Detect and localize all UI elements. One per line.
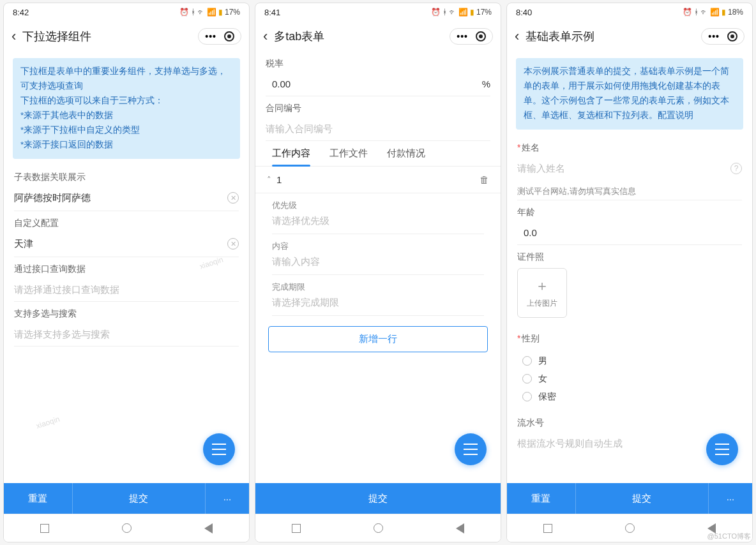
number-input[interactable]: 0.00 %	[266, 75, 490, 96]
radio-male[interactable]: 男	[522, 352, 742, 370]
field-custom-config: 自定义配置 天津 ✕	[4, 211, 249, 257]
title-bar: ‹ 多tab表单 •••	[255, 21, 501, 52]
subfield-deadline: 完成期限 请选择完成期限	[255, 275, 501, 316]
svg-rect-2	[212, 454, 226, 455]
more-icon[interactable]: •••	[205, 31, 216, 41]
clear-icon[interactable]: ✕	[227, 238, 239, 250]
name-input[interactable]	[517, 163, 730, 174]
more-icon[interactable]: •••	[708, 31, 720, 41]
svg-rect-6	[715, 444, 729, 445]
field-tax-rate: 税率 0.00 %	[255, 52, 501, 96]
add-line-button[interactable]: 新增一行	[268, 326, 488, 352]
tab-payment[interactable]: 付款情况	[387, 147, 425, 166]
text-input[interactable]: ?	[517, 159, 742, 181]
fab-menu-button[interactable]	[706, 433, 738, 465]
home-icon[interactable]	[122, 523, 132, 533]
battery-icon: ▮	[722, 8, 726, 17]
select-placeholder[interactable]	[14, 329, 239, 340]
content-area: 税率 0.00 % 合同编号 工作内容 工作文件 付款情况 ˄ 1 🗑 优先级 …	[255, 52, 501, 483]
select-input[interactable]: 阿萨德按时阿萨德 ✕	[14, 188, 239, 211]
subfield-content: 内容 请输入内容	[255, 234, 501, 275]
signal-icon: 📶	[207, 8, 216, 17]
submit-button[interactable]: 提交	[576, 483, 708, 514]
more-button[interactable]: ···	[708, 483, 752, 514]
page-title: 下拉选择组件	[22, 29, 198, 44]
field-multi-search: 支持多选与搜索	[4, 302, 249, 347]
select-input[interactable]	[14, 280, 239, 302]
placeholder-text: 请选择完成期限	[272, 297, 484, 309]
field-label: 年龄	[517, 207, 742, 218]
back-nav-icon[interactable]	[204, 523, 213, 534]
battery-icon: ▮	[218, 8, 223, 17]
home-icon[interactable]	[374, 523, 383, 533]
field-label: 自定义配置	[14, 218, 239, 229]
fab-menu-button[interactable]	[203, 433, 235, 465]
radio-secret[interactable]: 保密	[522, 388, 742, 406]
svg-rect-8	[715, 454, 729, 455]
submit-button[interactable]: 提交	[255, 483, 501, 514]
back-icon[interactable]: ‹	[11, 28, 16, 45]
mini-program-capsule[interactable]: •••	[198, 28, 241, 45]
radio-female[interactable]: 女	[522, 370, 742, 388]
select-placeholder[interactable]	[14, 284, 239, 295]
text-input[interactable]: 请输入内容	[272, 256, 484, 275]
upload-button[interactable]: ＋ 上传图片	[517, 268, 567, 318]
signal-icon: 📶	[458, 8, 468, 17]
field-label: 流水号	[517, 417, 742, 429]
text-input-inner[interactable]	[266, 123, 490, 134]
fab-menu-button[interactable]	[455, 433, 487, 465]
back-icon[interactable]: ‹	[263, 28, 268, 45]
help-icon[interactable]: ?	[730, 163, 742, 174]
system-nav-bar	[4, 514, 249, 542]
select-input[interactable]	[14, 325, 239, 347]
reset-button[interactable]: 重置	[507, 483, 576, 514]
radio-group: 男 女 保密	[517, 350, 742, 411]
status-bar: 8:40 ⏰ ᚼ ᯤ 📶 ▮ 18%	[507, 3, 752, 21]
collapse-index: 1	[276, 174, 282, 185]
select-input[interactable]: 天津 ✕	[14, 234, 239, 257]
back-nav-icon[interactable]	[456, 523, 464, 534]
mini-program-capsule[interactable]: •••	[450, 28, 493, 45]
close-target-icon[interactable]	[476, 31, 486, 41]
number-input[interactable]: 0.0	[517, 223, 742, 245]
clear-icon[interactable]: ✕	[227, 192, 239, 204]
required-asterisk: *	[517, 333, 520, 343]
close-target-icon[interactable]	[727, 31, 737, 41]
field-age: 年龄 0.0	[507, 200, 752, 245]
back-icon[interactable]: ‹	[515, 28, 519, 45]
info-tip: 下拉框是表单中的重要业务组件，支持单选与多选，可支持选项查询 下拉框的选项可以来…	[13, 58, 240, 159]
menu-icon	[464, 444, 478, 455]
svg-rect-3	[464, 444, 478, 445]
recent-apps-icon[interactable]	[292, 524, 301, 533]
delete-icon[interactable]: 🗑	[480, 174, 489, 185]
home-icon[interactable]	[625, 523, 635, 533]
tab-work-files[interactable]: 工作文件	[329, 147, 368, 166]
field-value: 0.0	[517, 227, 742, 238]
recent-apps-icon[interactable]	[40, 524, 49, 533]
content-area: 本示例展示普通表单的提交，基础表单示例是一个简单的表单，用于展示如何使用拖拽化创…	[507, 52, 752, 483]
signal-icon: 📶	[710, 8, 720, 17]
reset-button[interactable]: 重置	[4, 483, 73, 514]
required-asterisk: *	[517, 142, 520, 153]
field-label: 通过接口查询数据	[14, 264, 239, 275]
system-nav-bar	[255, 514, 501, 542]
close-target-icon[interactable]	[224, 31, 234, 41]
alarm-icon: ⏰	[431, 8, 441, 17]
more-button[interactable]: ···	[205, 483, 249, 514]
wifi-icon: ᯤ	[197, 8, 205, 17]
placeholder-text: 请选择优先级	[272, 215, 484, 227]
submit-button[interactable]: 提交	[73, 483, 205, 514]
tab-work-content[interactable]: 工作内容	[272, 147, 310, 166]
collapse-row[interactable]: ˄ 1 🗑	[255, 167, 501, 193]
field-label: *姓名	[517, 142, 742, 154]
text-input[interactable]	[266, 119, 490, 141]
mini-program-capsule[interactable]: •••	[701, 28, 745, 45]
menu-icon	[212, 444, 226, 455]
bluetooth-icon: ᚼ	[442, 8, 447, 17]
recent-apps-icon[interactable]	[543, 524, 552, 533]
select-input[interactable]: 请选择优先级	[272, 215, 484, 234]
content-area: 下拉框是表单中的重要业务组件，支持单选与多选，可支持选项查询 下拉框的选项可以来…	[4, 52, 249, 483]
date-input[interactable]: 请选择完成期限	[272, 297, 484, 316]
credit-label: @51CTO博客	[707, 532, 751, 541]
more-icon[interactable]: •••	[457, 31, 468, 41]
